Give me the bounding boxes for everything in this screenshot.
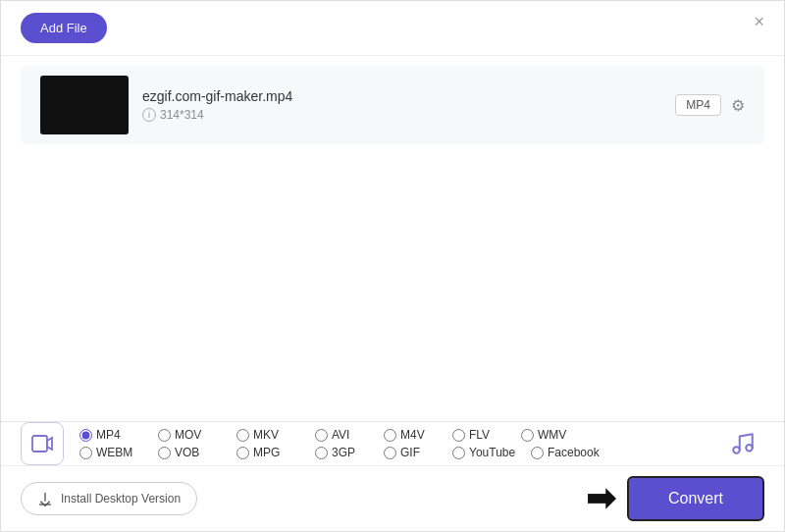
format-badge: MP4 (675, 94, 721, 116)
file-name: ezgif.com-gif-maker.mp4 (142, 88, 661, 104)
svg-rect-0 (32, 436, 47, 452)
info-icon[interactable]: i (142, 108, 156, 122)
download-icon (37, 491, 53, 506)
label-mov: MOV (175, 428, 201, 442)
radio-mpg[interactable] (236, 447, 249, 459)
radio-mkv[interactable] (236, 429, 249, 442)
format-wmv[interactable]: WMV (521, 428, 590, 442)
radio-3gp[interactable] (315, 447, 328, 459)
radio-vob[interactable] (158, 447, 171, 459)
format-avi[interactable]: AVI (315, 428, 384, 442)
radio-wmv[interactable] (521, 429, 534, 442)
install-button[interactable]: Install Desktop Version (21, 482, 197, 515)
file-actions: MP4 ⚙ (675, 94, 745, 116)
file-info: ezgif.com-gif-maker.mp4 i 314*314 (142, 88, 661, 122)
settings-button[interactable]: ⚙ (731, 96, 745, 115)
radio-avi[interactable] (315, 429, 328, 442)
label-mpg: MPG (253, 446, 280, 459)
label-flv: FLV (469, 428, 490, 442)
file-dimensions: 314*314 (160, 108, 204, 122)
add-file-button[interactable]: Add File (21, 13, 107, 43)
convert-button[interactable]: Convert (627, 476, 764, 521)
radio-flv[interactable] (452, 429, 465, 442)
action-bar: Install Desktop Version ➡ Convert (1, 466, 784, 531)
svg-point-2 (746, 445, 753, 452)
label-avi: AVI (332, 428, 349, 442)
label-wmv: WMV (538, 428, 566, 442)
format-flv[interactable]: FLV (452, 428, 521, 442)
format-vob[interactable]: VOB (158, 446, 236, 459)
svg-point-1 (733, 447, 740, 453)
format-webm[interactable]: WEBM (79, 446, 158, 459)
label-youtube: YouTube (469, 446, 515, 459)
label-gif: GIF (400, 446, 420, 459)
label-facebook: Facebook (548, 446, 600, 459)
arrow-icon: ➡ (586, 481, 615, 516)
close-button[interactable]: × (754, 13, 764, 30)
file-item: ezgif.com-gif-maker.mp4 i 314*314 MP4 ⚙ (21, 66, 764, 144)
format-mp4[interactable]: MP4 (79, 428, 158, 442)
format-m4v[interactable]: M4V (384, 428, 452, 442)
label-3gp: 3GP (332, 446, 355, 459)
radio-facebook[interactable] (531, 447, 544, 459)
bottom-bar: MP4 MOV MKV AVI M4V FLV WM (1, 421, 784, 531)
format-3gp[interactable]: 3GP (315, 446, 384, 459)
radio-mp4[interactable] (79, 429, 92, 442)
format-gif[interactable]: GIF (384, 446, 452, 459)
label-mp4: MP4 (96, 428, 121, 442)
format-mkv[interactable]: MKV (236, 428, 315, 442)
file-meta: i 314*314 (142, 108, 661, 122)
file-thumbnail (40, 76, 129, 134)
install-label: Install Desktop Version (61, 492, 181, 505)
radio-webm[interactable] (79, 447, 92, 459)
music-format-icon[interactable] (721, 422, 764, 465)
format-youtube[interactable]: YouTube (452, 446, 531, 459)
radio-mov[interactable] (158, 429, 171, 442)
content-area (1, 154, 784, 399)
format-mpg[interactable]: MPG (236, 446, 315, 459)
radio-youtube[interactable] (452, 447, 465, 459)
label-vob: VOB (175, 446, 199, 459)
arrow-area: ➡ Convert (586, 476, 764, 521)
label-webm: WEBM (96, 446, 132, 459)
app-header: Add File × (1, 1, 784, 56)
radio-gif[interactable] (384, 447, 396, 459)
format-selection: MP4 MOV MKV AVI M4V FLV WM (1, 422, 784, 466)
video-format-icon[interactable] (21, 422, 64, 465)
label-m4v: M4V (400, 428, 425, 442)
radio-m4v[interactable] (384, 429, 396, 442)
format-facebook[interactable]: Facebook (531, 446, 609, 459)
format-mov[interactable]: MOV (158, 428, 236, 442)
label-mkv: MKV (253, 428, 279, 442)
